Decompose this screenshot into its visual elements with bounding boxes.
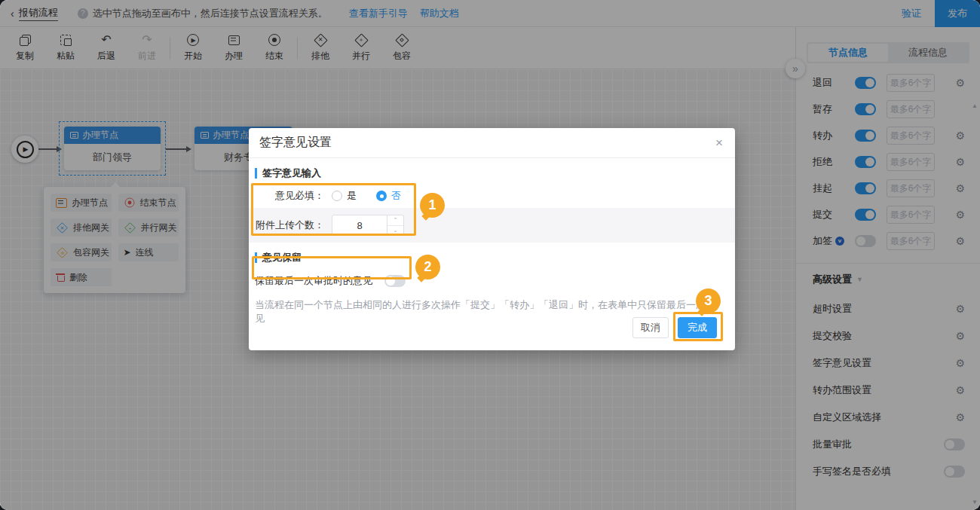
finish-button[interactable]: 完成 (678, 317, 717, 338)
dialog-title: 签字意见设置 (259, 135, 332, 151)
flow-designer-screen: ‹ 报销流程 ? 选中节点拖动至画布中，然后连接节点设置流程关系。 查看新手引导… (0, 0, 980, 510)
close-icon[interactable]: × (715, 136, 723, 149)
attachment-count-label: 附件上传个数： (255, 218, 324, 232)
radio-yes[interactable]: 是 (332, 189, 357, 203)
number-stepper: ⌃ ⌄ (387, 215, 404, 236)
opinion-required-row: 意见必填： 是 否 (249, 184, 735, 208)
opinion-required-label: 意见必填： (255, 189, 324, 203)
attachment-count-row: 附件上传个数： ⌃ ⌄ (249, 208, 735, 243)
signature-opinion-dialog: 签字意见设置 × 签字意见输入 意见必填： 是 否 附件上传个数： (249, 128, 735, 350)
cancel-button[interactable]: 取消 (632, 317, 669, 338)
keep-last-opinion-toggle[interactable] (384, 275, 406, 287)
stepper-up-icon[interactable]: ⌃ (387, 215, 403, 226)
keep-last-opinion-label: 保留最后一次审批时的意见 (255, 274, 372, 288)
radio-selected-icon (376, 191, 387, 201)
keep-last-opinion-row: 保留最后一次审批时的意见 (249, 270, 735, 292)
section-opinion-input: 签字意见输入 (255, 167, 724, 179)
stepper-down-icon[interactable]: ⌄ (387, 226, 403, 236)
radio-icon (332, 191, 342, 201)
radio-no[interactable]: 否 (376, 189, 401, 203)
section-opinion-keep: 意见保留 (255, 252, 724, 264)
attachment-count-input[interactable] (332, 215, 387, 236)
